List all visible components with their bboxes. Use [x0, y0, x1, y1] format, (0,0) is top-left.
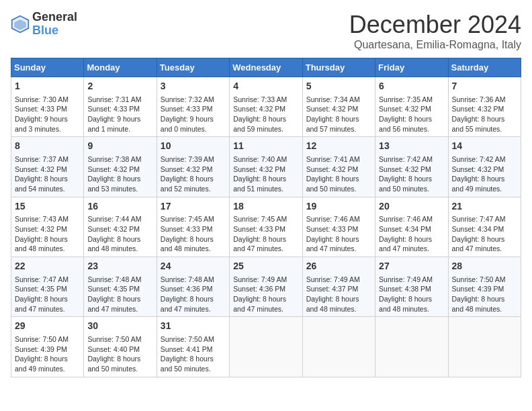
- day-number: 19: [306, 200, 371, 214]
- calendar-cell: 16Sunrise: 7:44 AM Sunset: 4:32 PM Dayli…: [84, 197, 157, 257]
- location-title: Quartesana, Emilia-Romagna, Italy: [349, 39, 521, 51]
- cell-content: Sunrise: 7:41 AM Sunset: 4:32 PM Dayligh…: [306, 154, 371, 194]
- header-sunday: Sunday: [11, 58, 84, 77]
- calendar-cell: 7Sunrise: 7:36 AM Sunset: 4:32 PM Daylig…: [448, 77, 521, 137]
- cell-content: Sunrise: 7:48 AM Sunset: 4:35 PM Dayligh…: [87, 275, 152, 314]
- cell-content: Sunrise: 7:31 AM Sunset: 4:33 PM Dayligh…: [87, 95, 152, 134]
- day-number: 25: [233, 260, 298, 273]
- calendar-cell: 26Sunrise: 7:49 AM Sunset: 4:37 PM Dayli…: [302, 257, 375, 317]
- day-number: 28: [452, 260, 517, 273]
- calendar-cell: [448, 317, 521, 377]
- calendar-cell: 2Sunrise: 7:31 AM Sunset: 4:33 PM Daylig…: [84, 77, 157, 137]
- day-number: 15: [15, 200, 80, 214]
- calendar-cell: 11Sunrise: 7:40 AM Sunset: 4:32 PM Dayli…: [230, 137, 302, 197]
- cell-content: Sunrise: 7:37 AM Sunset: 4:32 PM Dayligh…: [15, 154, 80, 194]
- cell-content: Sunrise: 7:34 AM Sunset: 4:32 PM Dayligh…: [306, 95, 371, 134]
- calendar-cell: 1Sunrise: 7:30 AM Sunset: 4:33 PM Daylig…: [11, 77, 84, 137]
- calendar-cell: 27Sunrise: 7:49 AM Sunset: 4:38 PM Dayli…: [375, 257, 448, 317]
- week-row: 1Sunrise: 7:30 AM Sunset: 4:33 PM Daylig…: [11, 77, 521, 137]
- calendar-cell: 20Sunrise: 7:46 AM Sunset: 4:34 PM Dayli…: [375, 197, 448, 257]
- calendar-header-row: SundayMondayTuesdayWednesdayThursdayFrid…: [11, 58, 521, 77]
- calendar-cell: 10Sunrise: 7:39 AM Sunset: 4:32 PM Dayli…: [157, 137, 229, 197]
- day-number: 18: [233, 200, 298, 214]
- day-number: 27: [379, 260, 444, 273]
- cell-content: Sunrise: 7:36 AM Sunset: 4:32 PM Dayligh…: [452, 95, 517, 134]
- calendar-cell: 24Sunrise: 7:48 AM Sunset: 4:36 PM Dayli…: [157, 257, 229, 317]
- cell-content: Sunrise: 7:40 AM Sunset: 4:32 PM Dayligh…: [233, 154, 298, 194]
- day-number: 1: [15, 80, 80, 93]
- calendar-cell: [230, 317, 302, 377]
- day-number: 29: [15, 320, 80, 333]
- week-row: 29Sunrise: 7:50 AM Sunset: 4:39 PM Dayli…: [11, 317, 521, 377]
- header: General Blue December 2024 Quartesana, E…: [11, 11, 521, 51]
- calendar-cell: 29Sunrise: 7:50 AM Sunset: 4:39 PM Dayli…: [11, 317, 84, 377]
- cell-content: Sunrise: 7:45 AM Sunset: 4:33 PM Dayligh…: [161, 214, 226, 254]
- logo: General Blue: [11, 11, 77, 38]
- calendar-cell: 22Sunrise: 7:47 AM Sunset: 4:35 PM Dayli…: [11, 257, 84, 317]
- cell-content: Sunrise: 7:38 AM Sunset: 4:32 PM Dayligh…: [87, 154, 152, 194]
- calendar-cell: 17Sunrise: 7:45 AM Sunset: 4:33 PM Dayli…: [157, 197, 229, 257]
- calendar-cell: 14Sunrise: 7:42 AM Sunset: 4:32 PM Dayli…: [448, 137, 521, 197]
- cell-content: Sunrise: 7:47 AM Sunset: 4:35 PM Dayligh…: [15, 275, 80, 314]
- cell-content: Sunrise: 7:33 AM Sunset: 4:32 PM Dayligh…: [233, 95, 298, 134]
- calendar-cell: 21Sunrise: 7:47 AM Sunset: 4:34 PM Dayli…: [448, 197, 521, 257]
- cell-content: Sunrise: 7:50 AM Sunset: 4:40 PM Dayligh…: [87, 334, 152, 374]
- day-number: 3: [161, 80, 226, 93]
- week-row: 15Sunrise: 7:43 AM Sunset: 4:32 PM Dayli…: [11, 197, 521, 257]
- week-row: 22Sunrise: 7:47 AM Sunset: 4:35 PM Dayli…: [11, 257, 521, 317]
- day-number: 12: [306, 140, 371, 153]
- day-number: 16: [87, 200, 152, 214]
- header-saturday: Saturday: [448, 58, 521, 77]
- day-number: 10: [161, 140, 226, 153]
- cell-content: Sunrise: 7:47 AM Sunset: 4:34 PM Dayligh…: [452, 214, 517, 254]
- day-number: 9: [87, 140, 152, 153]
- cell-content: Sunrise: 7:50 AM Sunset: 4:39 PM Dayligh…: [452, 275, 517, 314]
- day-number: 4: [233, 80, 298, 93]
- title-area: December 2024 Quartesana, Emilia-Romagna…: [349, 11, 521, 51]
- cell-content: Sunrise: 7:43 AM Sunset: 4:32 PM Dayligh…: [15, 214, 80, 254]
- calendar-cell: 9Sunrise: 7:38 AM Sunset: 4:32 PM Daylig…: [84, 137, 157, 197]
- calendar-cell: 12Sunrise: 7:41 AM Sunset: 4:32 PM Dayli…: [302, 137, 375, 197]
- day-number: 13: [379, 140, 444, 153]
- cell-content: Sunrise: 7:42 AM Sunset: 4:32 PM Dayligh…: [379, 154, 444, 194]
- calendar-cell: 15Sunrise: 7:43 AM Sunset: 4:32 PM Dayli…: [11, 197, 84, 257]
- cell-content: Sunrise: 7:49 AM Sunset: 4:36 PM Dayligh…: [233, 275, 298, 314]
- cell-content: Sunrise: 7:42 AM Sunset: 4:32 PM Dayligh…: [452, 154, 517, 194]
- header-wednesday: Wednesday: [230, 58, 302, 77]
- day-number: 14: [452, 140, 517, 153]
- day-number: 6: [379, 80, 444, 93]
- day-number: 11: [233, 140, 298, 153]
- header-friday: Friday: [375, 58, 448, 77]
- cell-content: Sunrise: 7:50 AM Sunset: 4:41 PM Dayligh…: [161, 334, 226, 374]
- week-row: 8Sunrise: 7:37 AM Sunset: 4:32 PM Daylig…: [11, 137, 521, 197]
- day-number: 26: [306, 260, 371, 273]
- cell-content: Sunrise: 7:45 AM Sunset: 4:33 PM Dayligh…: [233, 214, 298, 254]
- cell-content: Sunrise: 7:35 AM Sunset: 4:32 PM Dayligh…: [379, 95, 444, 134]
- day-number: 23: [87, 260, 152, 273]
- day-number: 7: [452, 80, 517, 93]
- header-tuesday: Tuesday: [157, 58, 229, 77]
- cell-content: Sunrise: 7:39 AM Sunset: 4:32 PM Dayligh…: [161, 154, 226, 194]
- calendar-cell: 19Sunrise: 7:46 AM Sunset: 4:33 PM Dayli…: [302, 197, 375, 257]
- calendar-cell: 28Sunrise: 7:50 AM Sunset: 4:39 PM Dayli…: [448, 257, 521, 317]
- calendar-cell: 25Sunrise: 7:49 AM Sunset: 4:36 PM Dayli…: [230, 257, 302, 317]
- day-number: 24: [161, 260, 226, 273]
- cell-content: Sunrise: 7:49 AM Sunset: 4:38 PM Dayligh…: [379, 275, 444, 314]
- cell-content: Sunrise: 7:46 AM Sunset: 4:34 PM Dayligh…: [379, 214, 444, 254]
- calendar-cell: 8Sunrise: 7:37 AM Sunset: 4:32 PM Daylig…: [11, 137, 84, 197]
- logo-icon: [11, 15, 30, 34]
- calendar-cell: 31Sunrise: 7:50 AM Sunset: 4:41 PM Dayli…: [157, 317, 229, 377]
- calendar-cell: 4Sunrise: 7:33 AM Sunset: 4:32 PM Daylig…: [230, 77, 302, 137]
- month-title: December 2024: [349, 11, 521, 39]
- calendar-cell: 6Sunrise: 7:35 AM Sunset: 4:32 PM Daylig…: [375, 77, 448, 137]
- day-number: 31: [161, 320, 226, 333]
- day-number: 22: [15, 260, 80, 273]
- day-number: 2: [87, 80, 152, 93]
- calendar-cell: 5Sunrise: 7:34 AM Sunset: 4:32 PM Daylig…: [302, 77, 375, 137]
- calendar-cell: 3Sunrise: 7:32 AM Sunset: 4:33 PM Daylig…: [157, 77, 229, 137]
- calendar-cell: 18Sunrise: 7:45 AM Sunset: 4:33 PM Dayli…: [230, 197, 302, 257]
- cell-content: Sunrise: 7:48 AM Sunset: 4:36 PM Dayligh…: [161, 275, 226, 314]
- cell-content: Sunrise: 7:46 AM Sunset: 4:33 PM Dayligh…: [306, 214, 371, 254]
- day-number: 8: [15, 140, 80, 153]
- header-thursday: Thursday: [302, 58, 375, 77]
